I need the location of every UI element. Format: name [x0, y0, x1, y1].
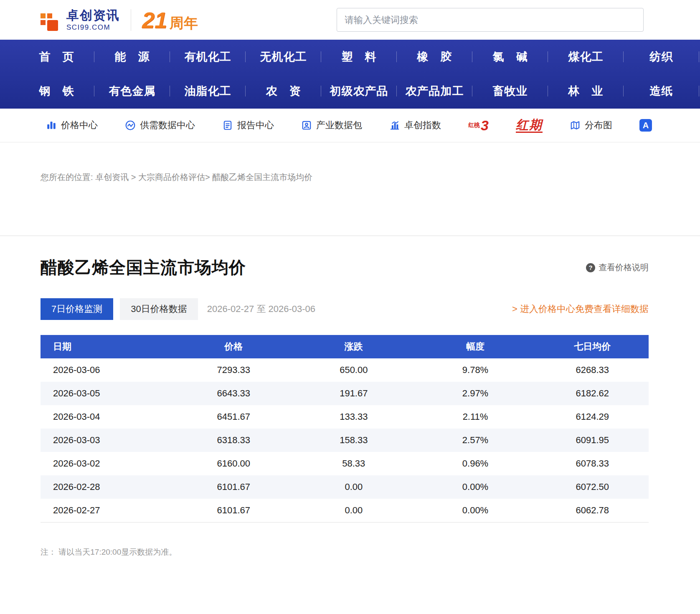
subnav-item-report[interactable]: 报告中心 [222, 119, 274, 132]
cell-pct: 0.00% [414, 475, 536, 499]
nav-item[interactable]: 林 业 [548, 84, 624, 99]
subnav-label: 产业数据包 [316, 119, 362, 132]
subnav-label: 供需数据中心 [140, 119, 195, 132]
question-icon: ? [586, 263, 595, 272]
cell-date: 2026-03-02 [41, 452, 174, 475]
date-range: 2026-02-27 至 2026-03-06 [207, 303, 315, 315]
breadcrumb-section: 您所在的位置: 卓创资讯 > 大宗商品价格评估> 醋酸乙烯全国主流市场均价 [0, 142, 700, 236]
cell-date: 2026-03-04 [41, 405, 174, 429]
subnav-item-hongtao3[interactable]: 红桃3 [468, 118, 489, 132]
cell-pct: 2.11% [414, 405, 536, 429]
nav-item[interactable]: 初级农产品 [321, 84, 397, 99]
cell-price: 6101.67 [174, 499, 293, 522]
cell-avg7: 6268.33 [536, 358, 649, 382]
subnav-label: 卓创指数 [404, 119, 441, 132]
breadcrumb-item: 醋酸乙烯全国主流市场均价 [212, 173, 312, 182]
nav-item[interactable]: 钢 铁 [19, 84, 94, 99]
sci99-logo-icon [41, 10, 61, 30]
header-divider [131, 9, 131, 31]
column-header: 七日均价 [536, 335, 649, 358]
cell-pct: 2.57% [414, 429, 536, 452]
cell-pct: 9.78% [414, 358, 536, 382]
cell-price: 6160.00 [174, 452, 293, 475]
data-note: 注： 请以当天17:20:00显示数据为准。 [41, 547, 649, 558]
cell-change: 650.00 [293, 358, 414, 382]
price-center-detail-link[interactable]: > 进入价格中心免费查看详细数据 [512, 303, 649, 315]
subnav-item-map[interactable]: 分布图 [570, 119, 612, 132]
nav-item[interactable]: 氯 碱 [472, 49, 548, 64]
table-row: 2026-02-286101.670.000.00%6072.50 [41, 475, 649, 499]
table-row: 2026-02-276101.670.000.00%6062.78 [41, 499, 649, 522]
price-help-link[interactable]: ? 查看价格说明 [586, 262, 649, 273]
data-package-icon [301, 120, 312, 131]
cell-avg7: 6182.62 [536, 382, 649, 405]
main-content: 醋酸乙烯全国主流市场均价 ? 查看价格说明 7日价格监测30日价格数据 2026… [0, 236, 700, 558]
nav-item[interactable]: 塑 料 [321, 49, 397, 64]
top-header: 卓创资讯 SCI99.COM 21 周年 [0, 0, 700, 40]
subnav-label: 报告中心 [237, 119, 274, 132]
nav-item[interactable]: 纺织 [624, 49, 699, 64]
logo-domain: SCI99.COM [66, 24, 120, 31]
nav-item[interactable]: 无机化工 [246, 49, 321, 64]
tab-30day-data[interactable]: 30日价格数据 [120, 298, 198, 320]
sub-nav: 价格中心供需数据中心报告中心产业数据包卓创指数红桃3红期分布图A [0, 109, 700, 142]
nav-item[interactable]: 农 资 [246, 84, 321, 99]
nav-item[interactable]: 能 源 [94, 49, 170, 64]
table-row: 2026-03-046451.67133.332.11%6124.29 [41, 405, 649, 429]
nav-row-1: 首 页能 源有机化工无机化工塑 料橡 胶氯 碱煤化工纺织 [19, 40, 700, 74]
cell-change: 133.33 [293, 405, 414, 429]
index-chart-icon [389, 120, 400, 131]
report-icon [222, 120, 233, 131]
cell-price: 7293.33 [174, 358, 293, 382]
nav-item[interactable]: 造纸 [624, 84, 699, 99]
price-help-label: 查看价格说明 [599, 262, 649, 273]
site-logo[interactable]: 卓创资讯 SCI99.COM [41, 9, 120, 31]
column-header: 日期 [41, 335, 174, 358]
map-icon [570, 120, 581, 131]
breadcrumb: 您所在的位置: 卓创资讯 > 大宗商品价格评估> 醋酸乙烯全国主流市场均价 [41, 172, 700, 183]
subnav-item-hongqi[interactable]: 红期 [516, 118, 543, 133]
cell-date: 2026-03-03 [41, 429, 174, 452]
cell-avg7: 6062.78 [536, 499, 649, 522]
tab-7day-monitor[interactable]: 7日价格监测 [41, 298, 113, 320]
anniversary-label: 周年 [170, 14, 198, 33]
hongqi-logo: 红期 [516, 118, 543, 133]
subnav-item-supply-demand[interactable]: 供需数据中心 [125, 119, 195, 132]
breadcrumb-item[interactable]: 大宗商品价格评估 [138, 173, 205, 182]
nav-item[interactable]: 有机化工 [170, 49, 246, 64]
logo-brand: 卓创资讯 [66, 9, 120, 22]
price-table: 日期价格涨跌幅度七日均价 2026-03-067293.33650.009.78… [41, 335, 649, 523]
table-row: 2026-03-067293.33650.009.78%6268.33 [41, 358, 649, 382]
nav-item[interactable]: 有色金属 [94, 84, 170, 99]
nav-item[interactable]: 畜牧业 [472, 84, 548, 99]
subnav-item-index-chart[interactable]: 卓创指数 [389, 119, 441, 132]
nav-item[interactable]: 首 页 [19, 49, 94, 64]
cell-pct: 2.97% [414, 382, 536, 405]
search-input[interactable] [337, 8, 644, 32]
column-header: 涨跌 [293, 335, 414, 358]
breadcrumb-separator: > [205, 173, 212, 182]
cell-date: 2026-02-28 [41, 475, 174, 499]
nav-item[interactable]: 煤化工 [548, 49, 624, 64]
table-row: 2026-03-026160.0058.330.96%6078.33 [41, 452, 649, 475]
anniversary-logo: 21 周年 [142, 7, 198, 33]
hongtao3-logo: 红桃3 [468, 118, 489, 132]
subnav-label: 价格中心 [61, 119, 98, 132]
tabs: 7日价格监测30日价格数据 [41, 298, 198, 320]
page-title: 醋酸乙烯全国主流市场均价 [41, 256, 246, 279]
cell-change: 191.67 [293, 382, 414, 405]
nav-item[interactable]: 橡 胶 [397, 49, 472, 64]
cell-change: 158.33 [293, 429, 414, 452]
breadcrumb-separator: > [129, 173, 138, 182]
subnav-item-bar-chart[interactable]: 价格中心 [46, 119, 98, 132]
table-row: 2026-03-056643.33191.672.97%6182.62 [41, 382, 649, 405]
cell-price: 6101.67 [174, 475, 293, 499]
cell-change: 58.33 [293, 452, 414, 475]
subnav-item-data-package[interactable]: 产业数据包 [301, 119, 362, 132]
nav-item[interactable]: 农产品加工 [397, 84, 472, 99]
cell-avg7: 6072.50 [536, 475, 649, 499]
nav-item[interactable]: 油脂化工 [170, 84, 246, 99]
subnav-item-app-badge[interactable]: A [639, 119, 652, 132]
breadcrumb-item[interactable]: 卓创资讯 [95, 173, 129, 182]
cell-price: 6451.67 [174, 405, 293, 429]
